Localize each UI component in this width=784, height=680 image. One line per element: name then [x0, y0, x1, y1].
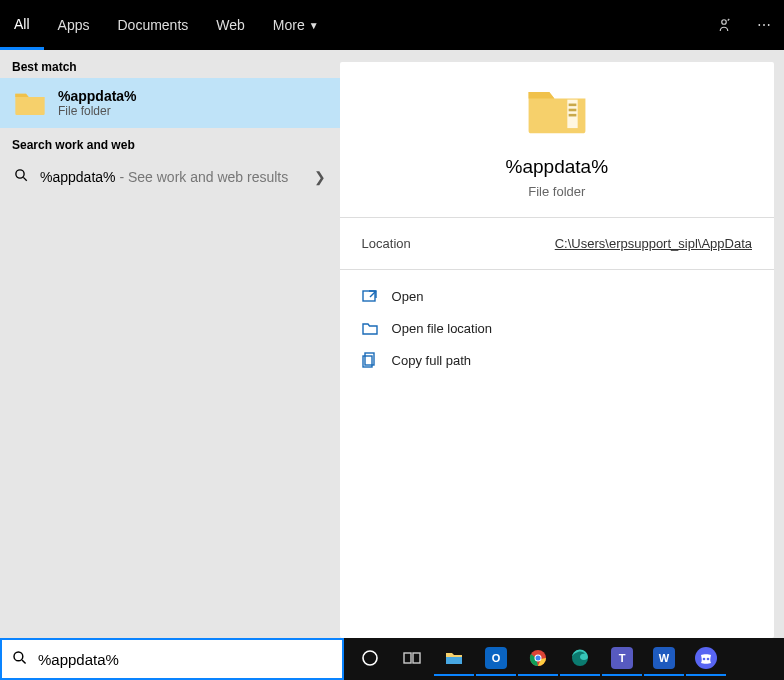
best-match-heading: Best match: [0, 50, 340, 78]
word-icon[interactable]: W: [644, 642, 684, 676]
action-label: Open: [392, 289, 424, 304]
web-hint: - See work and web results: [116, 169, 289, 185]
search-box[interactable]: [0, 638, 344, 680]
task-view-icon[interactable]: [392, 642, 432, 676]
action-open-location[interactable]: Open file location: [362, 320, 752, 336]
search-header: Search work and web: [0, 128, 340, 156]
chevron-down-icon: ▼: [309, 20, 319, 31]
chevron-right-icon: ❯: [314, 169, 326, 185]
best-match-result[interactable]: %appdata% File folder: [0, 78, 340, 128]
svg-point-21: [703, 658, 706, 661]
folder-open-icon: [362, 320, 378, 336]
location-path[interactable]: C:\Users\erpsupport_sipl\AppData: [555, 236, 752, 251]
svg-line-2: [23, 177, 26, 180]
search-tabbar: All Apps Documents Web More ▼ ⋯: [0, 0, 784, 50]
svg-line-12: [22, 660, 26, 664]
action-open[interactable]: Open: [362, 288, 752, 304]
feedback-icon[interactable]: [704, 16, 744, 34]
tab-apps[interactable]: Apps: [44, 0, 104, 50]
svg-point-0: [722, 20, 727, 25]
search-icon: [14, 168, 40, 186]
svg-rect-7: [363, 291, 375, 301]
tab-web[interactable]: Web: [202, 0, 259, 50]
preview-subtitle: File folder: [528, 184, 585, 199]
svg-rect-15: [413, 653, 420, 663]
teams-icon[interactable]: T: [602, 642, 642, 676]
result-subtitle: File folder: [58, 104, 137, 118]
web-result[interactable]: %appdata% - See work and web results ❯: [0, 156, 340, 198]
results-panel: Best match %appdata% File folder Search …: [0, 50, 340, 638]
tab-more[interactable]: More ▼: [259, 0, 333, 50]
svg-point-22: [707, 658, 710, 661]
preview-title: %appdata%: [506, 156, 608, 178]
file-explorer-icon[interactable]: [434, 642, 474, 676]
result-title: %appdata%: [58, 88, 137, 104]
svg-rect-4: [568, 104, 576, 107]
preview-panel: %appdata% File folder Location C:\Users\…: [340, 62, 774, 638]
open-icon: [362, 288, 378, 304]
edge-icon[interactable]: [560, 642, 600, 676]
outlook-icon[interactable]: O: [476, 642, 516, 676]
svg-point-19: [536, 656, 541, 661]
svg-point-1: [16, 170, 24, 178]
web-query: %appdata%: [40, 169, 116, 185]
action-label: Copy full path: [392, 353, 472, 368]
search-input[interactable]: [38, 651, 332, 668]
svg-point-11: [14, 652, 23, 661]
svg-rect-14: [404, 653, 411, 663]
location-label: Location: [362, 236, 411, 251]
tab-all[interactable]: All: [0, 0, 44, 50]
svg-rect-5: [568, 109, 576, 112]
tab-more-label: More: [273, 17, 305, 33]
folder-icon: [526, 84, 588, 140]
taskbar: O T W: [344, 638, 784, 680]
svg-point-13: [363, 651, 377, 665]
svg-rect-6: [568, 114, 576, 117]
action-copy-path[interactable]: Copy full path: [362, 352, 752, 368]
action-label: Open file location: [392, 321, 492, 336]
cortana-icon[interactable]: [350, 642, 390, 676]
tab-documents[interactable]: Documents: [103, 0, 202, 50]
folder-icon: [14, 89, 46, 117]
copy-icon: [362, 352, 378, 368]
search-icon: [12, 650, 28, 669]
chrome-icon[interactable]: [518, 642, 558, 676]
discord-icon[interactable]: [686, 642, 726, 676]
options-icon[interactable]: ⋯: [744, 17, 784, 33]
